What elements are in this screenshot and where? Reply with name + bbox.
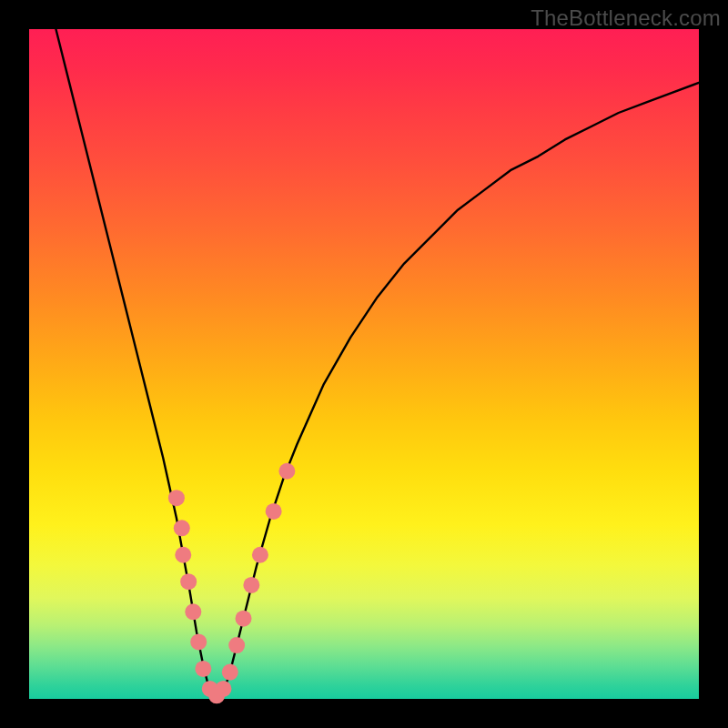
scatter-point	[195, 661, 211, 677]
bottleneck-curve	[56, 29, 699, 699]
scatter-point	[222, 664, 238, 681]
scatter-point	[185, 603, 201, 620]
scatter-point	[243, 577, 259, 593]
scatter-point	[175, 547, 191, 563]
scatter-point	[215, 681, 231, 697]
scatter-point	[228, 637, 245, 653]
chart-frame: TheBottleneck.com	[0, 0, 728, 728]
curve-svg	[29, 29, 699, 699]
scatter-point	[278, 463, 295, 480]
scatter-point	[190, 633, 207, 650]
scatter-point	[252, 547, 268, 563]
plot-area	[29, 29, 699, 699]
watermark-text: TheBottleneck.com	[531, 5, 721, 31]
scatter-point	[236, 611, 252, 627]
scatter-point	[180, 573, 197, 590]
scatter-point	[174, 520, 190, 536]
scatter-point	[266, 503, 282, 520]
scatter-point	[168, 490, 185, 506]
